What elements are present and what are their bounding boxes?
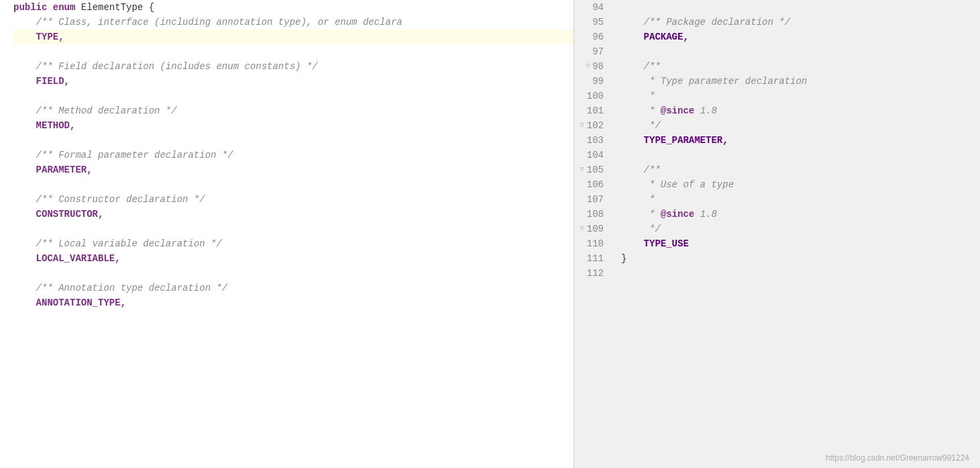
left-line: TYPE, [13,30,574,44]
right-line-num: 95 [574,15,609,30]
right-line: * @since 1.8 [621,207,980,222]
left-line: /** Method declaration */ [13,103,574,118]
right-line: * Type parameter declaration [621,74,980,89]
left-code-content: public enum ElementType { /** Class, int… [0,0,574,468]
right-line-num: 94 [574,0,609,15]
right-line: /** [621,162,980,177]
left-line [13,177,574,192]
right-line-num: 100 [574,89,609,103]
left-line [13,222,574,236]
right-line: } [621,251,980,266]
right-line-num: 96 [574,30,609,44]
left-line [13,133,574,148]
right-line: /** [621,59,980,74]
right-line-num: 97 [574,44,609,59]
left-line: CONSTRUCTOR, [13,207,574,222]
right-line-num: ▽98 [574,59,609,74]
editor-container: public enum ElementType { /** Class, int… [0,0,980,468]
right-line: TYPE_USE [621,236,980,251]
right-line: */ [621,118,980,133]
left-line: /** Class, interface (including annotati… [13,15,574,30]
left-line: /** Field declaration (includes enum con… [13,59,574,74]
right-line-num: 99 [574,74,609,89]
left-line: FIELD, [13,74,574,89]
right-line [621,0,980,15]
right-line: * [621,89,980,103]
right-line [621,148,980,162]
left-line: /** Annotation type declaration */ [13,281,574,295]
right-line-num: ▽105 [574,162,609,177]
left-line: PARAMETER, [13,162,574,177]
left-line: /** Constructor declaration */ [13,192,574,207]
right-panel: 94959697▽9899100101▽102103104▽1051061071… [574,0,980,468]
right-line-num: 108 [574,207,609,222]
right-line [621,44,980,59]
right-line-num: ▽109 [574,222,609,236]
right-line: PACKAGE, [621,30,980,44]
left-line: LOCAL_VARIABLE, [13,251,574,266]
right-line: * @since 1.8 [621,103,980,118]
right-line: * [621,192,980,207]
fold-arrow-icon[interactable]: ▽ [586,59,590,74]
left-panel: public enum ElementType { /** Class, int… [0,0,574,468]
left-line: /** Formal parameter declaration */ [13,148,574,162]
right-code-content: /** Package declaration */ PACKAGE, /** … [614,0,980,468]
right-line: TYPE_PARAMETER, [621,133,980,148]
right-line-num: 103 [574,133,609,148]
left-code-area: public enum ElementType { /** Class, int… [0,0,574,468]
right-line-numbers: 94959697▽9899100101▽102103104▽1051061071… [574,0,614,468]
right-line-num: 106 [574,177,609,192]
right-line-num: 101 [574,103,609,118]
right-line-num: 107 [574,192,609,207]
fold-arrow-icon[interactable]: ▽ [580,118,584,133]
left-line: ANNOTATION_TYPE, [13,295,574,310]
right-line-num: 112 [574,266,609,281]
right-line: */ [621,222,980,236]
right-line-num: 110 [574,236,609,251]
right-line: /** Package declaration */ [621,15,980,30]
right-code-area: 94959697▽9899100101▽102103104▽1051061071… [574,0,980,468]
right-line-num: 104 [574,148,609,162]
left-line: METHOD, [13,118,574,133]
right-line: * Use of a type [621,177,980,192]
watermark: https://blog.csdn.net/Greenarrow991224 [826,453,969,463]
right-line [621,266,980,281]
fold-arrow-icon[interactable]: ▽ [580,162,584,177]
left-line [13,89,574,103]
left-line: /** Local variable declaration */ [13,236,574,251]
fold-arrow-icon[interactable]: ▽ [580,222,584,236]
left-line [13,266,574,281]
left-line [13,44,574,59]
right-line-num: 111 [574,251,609,266]
right-line-num: ▽102 [574,118,609,133]
left-line: public enum ElementType { [13,0,574,15]
